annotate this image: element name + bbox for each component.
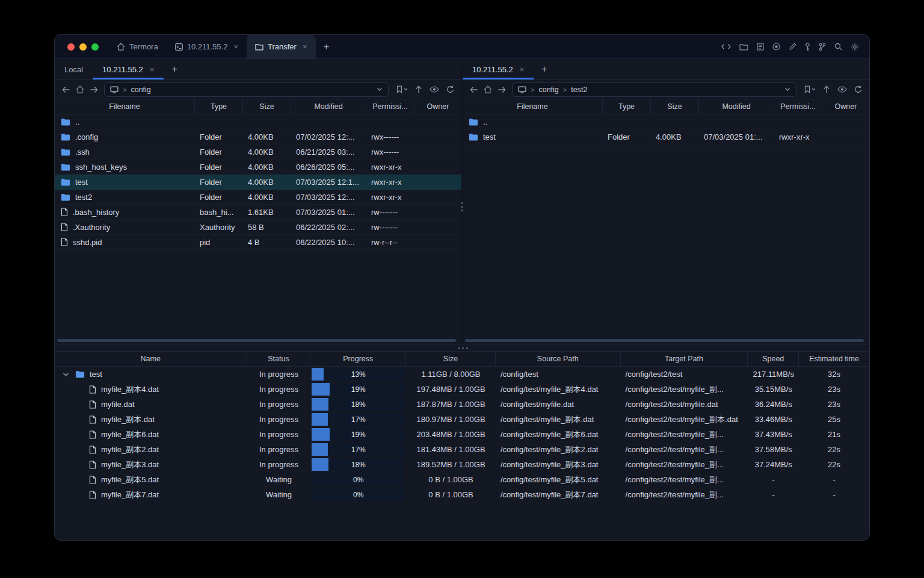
file-icon [61, 223, 68, 231]
close-tab-icon[interactable]: × [150, 65, 155, 74]
breadcrumb-item[interactable]: config [131, 85, 150, 94]
tab-host-terminal[interactable]: 10.211.55.2 × [167, 35, 247, 58]
file-row[interactable]: .configFolder4.00KB07/02/2025 12:...rwx-… [55, 129, 461, 144]
settings-icon[interactable] [851, 43, 859, 51]
arrow-up-icon[interactable] [823, 85, 830, 93]
file-row[interactable]: test2Folder4.00KB07/03/2025 12:...rwxr-x… [55, 190, 461, 205]
progress-cell: 0% [310, 472, 406, 487]
search-icon[interactable] [834, 43, 842, 51]
transfer-row[interactable]: testIn progress13%1.11GB / 8.00GB/config… [55, 367, 869, 382]
target-path-cell: /config/test2/test [621, 367, 748, 382]
chevron-down-icon[interactable] [377, 87, 383, 92]
column-header[interactable]: Estimated time [799, 352, 869, 366]
home-icon[interactable] [76, 85, 84, 93]
transfer-row[interactable]: myfile_副本2.datIn progress17%181.43MB / 1… [55, 442, 869, 457]
file-row[interactable]: testFolder4.00KB07/03/2025 12:1...rwxr-x… [55, 175, 461, 190]
column-header[interactable]: Type [195, 99, 243, 114]
eye-icon[interactable] [430, 86, 439, 93]
eye-icon[interactable] [837, 86, 847, 93]
transfer-row[interactable]: myfile_副本4.datIn progress19%197.48MB / 1… [55, 382, 869, 397]
transfer-row[interactable]: myfile_副本3.datIn progress18%189.52MB / 1… [55, 457, 869, 472]
minimize-window-button[interactable] [79, 43, 87, 51]
column-header[interactable]: Name [55, 352, 247, 366]
column-header[interactable]: Modified [699, 99, 774, 114]
code-icon[interactable] [721, 43, 731, 50]
refresh-icon[interactable] [854, 85, 862, 93]
file-row[interactable]: sshd.pidpid4 B06/22/2025 10:...rw-r--r-- [55, 235, 461, 250]
column-header[interactable]: Modified [291, 99, 366, 114]
transfer-row[interactable]: myfile.datIn progress18%187.87MB / 1.00G… [55, 397, 869, 412]
tab-remote-host[interactable]: 10.211.55.2 × [463, 59, 534, 79]
column-header[interactable]: Owner [822, 99, 869, 114]
column-header[interactable]: Speed [748, 352, 799, 366]
key-icon[interactable] [805, 43, 810, 51]
close-tab-icon[interactable]: × [303, 42, 307, 51]
close-window-button[interactable] [67, 43, 75, 51]
column-header[interactable]: Permissi... [774, 99, 822, 114]
transfer-splitter[interactable] [55, 344, 869, 351]
tab-transfer[interactable]: Transfer × [247, 35, 316, 58]
back-icon[interactable] [62, 86, 70, 93]
tab-local[interactable]: Local [55, 59, 93, 79]
expand-chevron-icon[interactable] [61, 372, 70, 377]
path-bar[interactable]: > config > test2 [512, 82, 796, 97]
column-header[interactable]: Progress [310, 352, 406, 366]
forward-icon[interactable] [498, 86, 506, 93]
close-tab-icon[interactable]: × [520, 65, 525, 74]
column-header[interactable]: Source Path [496, 352, 621, 366]
new-panel-tab-button[interactable]: + [534, 59, 555, 79]
log-icon[interactable] [757, 43, 764, 51]
zoom-window-button[interactable] [91, 43, 99, 51]
bookmark-icon[interactable] [396, 85, 408, 93]
new-tab-button[interactable]: + [316, 35, 337, 58]
file-row[interactable]: ssh_host_keysFolder4.00KB06/26/2025 05:.… [55, 160, 461, 175]
folder-icon[interactable] [739, 43, 748, 51]
column-header[interactable]: Size [243, 99, 291, 114]
path-bar[interactable]: > config [104, 82, 389, 97]
tab-remote-host[interactable]: 10.211.55.2 × [93, 59, 164, 79]
target-path-cell: /config/test2/test/myfile_副... [621, 382, 748, 397]
transfer-row[interactable]: myfile_副本.datIn progress17%180.97MB / 1.… [55, 412, 869, 427]
back-icon[interactable] [470, 86, 478, 93]
chevron-down-icon[interactable] [784, 87, 790, 92]
column-header[interactable]: Owner [414, 99, 461, 114]
new-panel-tab-button[interactable]: + [164, 59, 185, 79]
edit-icon[interactable] [789, 43, 796, 51]
status-cell: In progress [247, 412, 311, 427]
column-header[interactable]: Filename [463, 99, 603, 114]
transfer-row[interactable]: myfile_副本5.datWaiting0%0 B / 1.00GB/conf… [55, 472, 869, 487]
file-row[interactable]: testFolder4.00KB07/03/2025 01:...rwxr-xr… [463, 129, 869, 144]
bookmark-icon[interactable] [804, 85, 816, 93]
tab-label: 10.211.55.2 [472, 65, 513, 74]
column-header[interactable]: Status [247, 352, 311, 366]
column-header[interactable]: Size [651, 99, 699, 114]
column-header[interactable]: Filename [55, 99, 195, 114]
home-icon[interactable] [484, 85, 492, 93]
column-header[interactable]: Size [406, 352, 496, 366]
file-row[interactable]: .sshFolder4.00KB06/21/2025 03:...rwx----… [55, 144, 461, 160]
file-row[interactable]: .. [463, 114, 869, 129]
close-tab-icon[interactable]: × [233, 42, 238, 51]
transfer-row[interactable]: myfile_副本6.datIn progress19%203.48MB / 1… [55, 427, 869, 442]
column-header[interactable]: Target Path [621, 352, 748, 366]
horizontal-scrollbar[interactable] [465, 339, 864, 342]
breadcrumb-item[interactable]: test2 [571, 85, 587, 94]
column-header[interactable]: Type [603, 99, 651, 114]
arrow-up-icon[interactable] [415, 85, 422, 93]
refresh-icon[interactable] [446, 85, 454, 93]
owner-cell [414, 114, 461, 129]
tab-termora[interactable]: Termora [108, 35, 167, 58]
column-header[interactable]: Permissi... [366, 99, 414, 114]
filename-text: test [483, 132, 496, 141]
forward-icon[interactable] [90, 86, 98, 93]
branch-icon[interactable] [819, 43, 826, 51]
breadcrumb-item[interactable]: config [538, 85, 558, 94]
file-row[interactable]: .bash_historybash_hi...1.61KB07/03/2025 … [55, 205, 461, 220]
file-row[interactable]: .. [55, 114, 461, 129]
transfer-row[interactable]: myfile_副本7.datWaiting0%0 B / 1.00GB/conf… [55, 487, 869, 502]
horizontal-scrollbar[interactable] [57, 339, 456, 342]
record-icon[interactable] [772, 43, 780, 51]
file-icon [61, 208, 68, 216]
file-row[interactable]: .XauthorityXauthority58 B06/22/2025 02:.… [55, 220, 461, 235]
source-path-cell: /config/test/myfile_副本.dat [496, 412, 621, 427]
